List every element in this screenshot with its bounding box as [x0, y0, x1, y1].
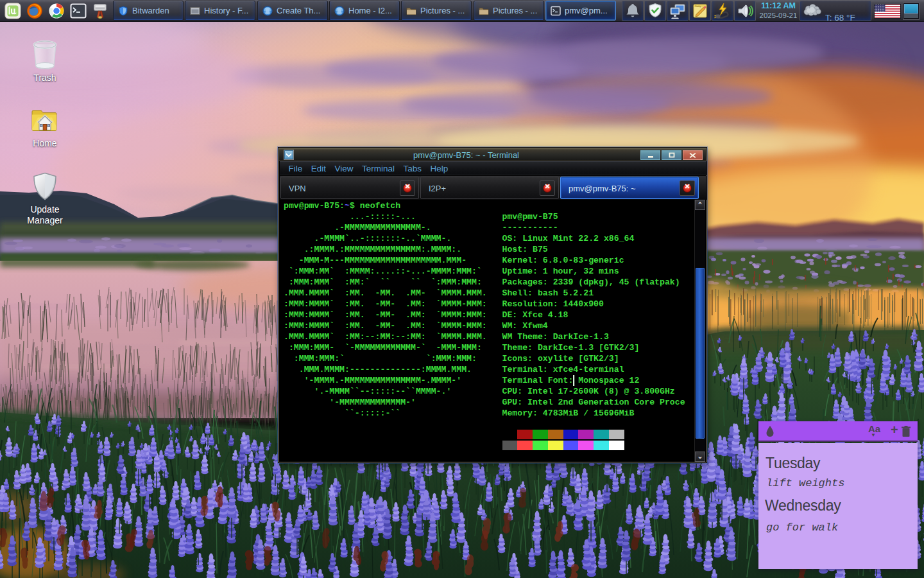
svg-text:Conky: Conky [695, 5, 701, 8]
